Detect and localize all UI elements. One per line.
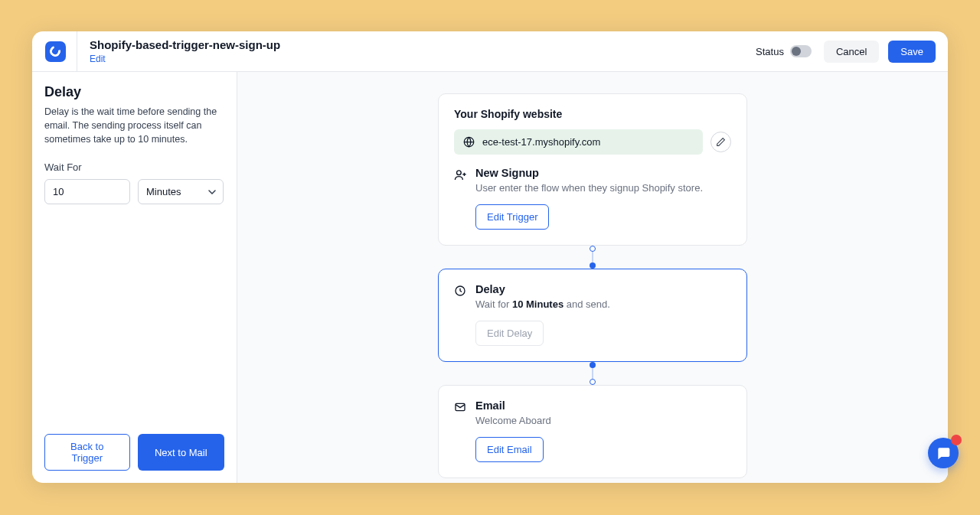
site-pill: ece-test-17.myshopify.com xyxy=(454,129,703,155)
clock-icon xyxy=(454,283,468,297)
app-window: Shopify-based-trigger-new-sign-up Edit S… xyxy=(32,31,948,483)
edit-email-button[interactable]: Edit Email xyxy=(475,437,544,462)
edit-trigger-button[interactable]: Edit Trigger xyxy=(475,204,549,230)
trigger-title: New Signup xyxy=(475,167,731,179)
connector-2 xyxy=(590,362,596,385)
wait-for-row: Minutes xyxy=(44,179,224,204)
sidebar-heading: Delay xyxy=(44,84,224,100)
site-url: ece-test-17.myshopify.com xyxy=(482,136,600,148)
globe-icon xyxy=(463,136,475,148)
delay-title: Delay xyxy=(475,283,731,295)
chat-icon xyxy=(936,445,951,461)
status-toggle[interactable] xyxy=(790,45,812,57)
wait-for-label: Wait For xyxy=(44,161,224,173)
save-button[interactable]: Save xyxy=(888,41,936,63)
trigger-node[interactable]: Your Shopify website ece-test-17.myshopi… xyxy=(438,93,747,246)
signup-icon xyxy=(454,167,468,181)
edit-delay-button[interactable]: Edit Delay xyxy=(475,321,544,346)
delay-node[interactable]: Delay Wait for 10 Minutes and send. Edit… xyxy=(438,269,747,362)
status-label: Status xyxy=(756,46,784,57)
sidebar-description: Delay is the wait time before sending th… xyxy=(44,105,224,146)
edit-site-button[interactable] xyxy=(710,132,731,152)
trigger-subtitle: User enter the flow when they signup Sho… xyxy=(475,182,731,194)
app-logo[interactable] xyxy=(45,41,66,62)
next-to-mail-button[interactable]: Next to Mail xyxy=(138,434,225,471)
connector-1 xyxy=(590,246,596,269)
sidebar: Delay Delay is the wait time before send… xyxy=(32,72,237,483)
chat-badge xyxy=(951,435,962,445)
topbar: Shopify-based-trigger-new-sign-up Edit S… xyxy=(32,31,948,72)
toggle-knob xyxy=(792,47,801,56)
wait-unit-select[interactable]: Minutes xyxy=(138,179,224,204)
email-subtitle: Welcome Aboard xyxy=(475,415,731,426)
svg-point-1 xyxy=(457,171,462,175)
email-title: Email xyxy=(475,399,731,412)
edit-title-link[interactable]: Edit xyxy=(90,54,106,64)
flow-canvas[interactable]: Your Shopify website ece-test-17.myshopi… xyxy=(237,72,948,483)
logo-wrap xyxy=(44,31,77,72)
pencil-icon xyxy=(716,137,726,147)
trigger-section-title: Your Shopify website xyxy=(454,108,731,120)
title-wrap: Shopify-based-trigger-new-sign-up Edit xyxy=(90,38,280,65)
delay-subtitle: Wait for 10 Minutes and send. xyxy=(475,298,731,310)
logo-icon xyxy=(47,44,62,58)
sidebar-footer: Back to Trigger Next to Mail xyxy=(32,422,237,483)
email-node[interactable]: Email Welcome Aboard Edit Email xyxy=(438,385,747,478)
wait-value-input[interactable] xyxy=(44,179,130,204)
sidebar-content: Delay Delay is the wait time before send… xyxy=(32,72,237,422)
flow-title: Shopify-based-trigger-new-sign-up xyxy=(90,38,280,51)
cancel-button[interactable]: Cancel xyxy=(824,41,879,63)
status-wrap: Status xyxy=(756,45,812,57)
back-to-trigger-button[interactable]: Back to Trigger xyxy=(44,434,130,471)
mail-icon xyxy=(454,399,468,413)
main: Delay Delay is the wait time before send… xyxy=(32,72,948,483)
chat-launcher[interactable] xyxy=(928,438,959,468)
